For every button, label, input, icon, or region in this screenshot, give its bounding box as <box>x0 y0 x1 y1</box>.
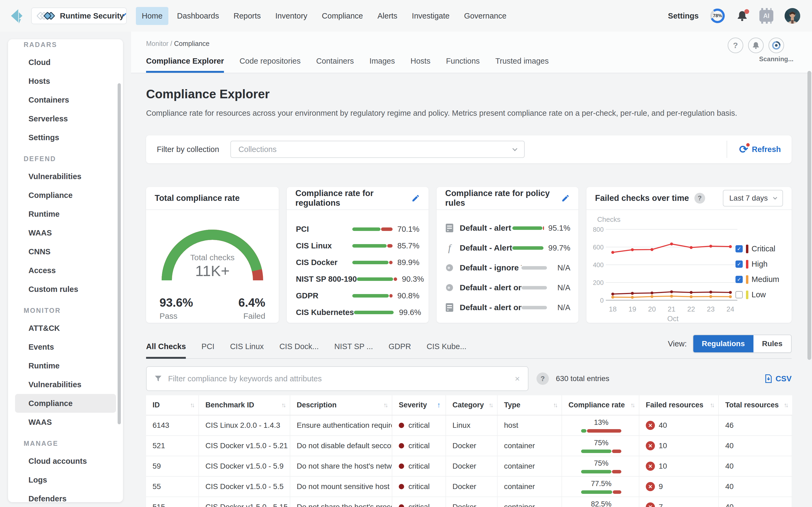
csv-export-button[interactable]: CSV <box>765 374 792 383</box>
table-row[interactable]: 55 CIS Docker v1.5.0 - 5.5 Do not mount … <box>146 476 792 497</box>
clear-search-icon[interactable]: × <box>515 374 520 384</box>
column-header-id[interactable]: ID↑↓ <box>146 395 199 415</box>
breadcrumb-parent[interactable]: Monitor <box>146 40 168 47</box>
sidebar-item-runtime[interactable]: Runtime <box>8 356 123 375</box>
sort-icon[interactable]: ↑↓ <box>553 401 557 409</box>
sidebar-item-vulnerabilities[interactable]: Vulnerabilities <box>8 167 123 186</box>
legend-item-low[interactable]: Low <box>736 290 779 299</box>
tab-trusted-images[interactable]: Trusted images <box>496 57 549 73</box>
legend-item-critical[interactable]: ✓ Critical <box>736 244 779 253</box>
sidebar-item-waas[interactable]: WAAS <box>8 413 123 432</box>
sort-icon[interactable]: ↑↓ <box>631 401 634 409</box>
sort-icon[interactable]: ↑↓ <box>784 401 787 409</box>
edit-pencil-icon[interactable] <box>561 194 570 203</box>
sidebar-item-settings[interactable]: Settings <box>8 128 123 147</box>
usage-progress-ring[interactable]: 78% <box>710 8 725 23</box>
column-header-severity[interactable]: Severity↑ <box>392 395 446 415</box>
settings-link[interactable]: Settings <box>668 11 699 20</box>
topnav-compliance[interactable]: Compliance <box>316 7 369 25</box>
sort-icon[interactable]: ↑↓ <box>384 401 387 409</box>
sidebar-item-hosts[interactable]: Hosts <box>8 72 123 91</box>
legend-item-medium[interactable]: ✓ Medium <box>736 275 779 284</box>
sidebar-item-access[interactable]: Access <box>8 261 123 280</box>
edit-pencil-icon[interactable] <box>411 194 420 203</box>
column-header-failed-resources[interactable]: Failed resources↑↓ <box>639 395 718 415</box>
checks-tab-cis-linux[interactable]: CIS Linux <box>230 342 264 359</box>
table-row[interactable]: 59 CIS Docker v1.5.0 - 5.9 Do not share … <box>146 456 792 476</box>
legend-checkbox[interactable]: ✓ <box>736 261 743 268</box>
collections-select[interactable]: Collections <box>230 141 525 158</box>
notifications-bell[interactable] <box>736 10 748 22</box>
refresh-button[interactable]: ⟳ Refresh <box>739 145 781 154</box>
sort-icon[interactable]: ↑↓ <box>190 401 193 409</box>
legend-checkbox[interactable]: ✓ <box>736 276 743 283</box>
sidebar-item-cnns[interactable]: CNNS <box>8 242 123 261</box>
view-regulations-button[interactable]: Regulations <box>693 335 753 352</box>
avatar[interactable] <box>785 8 800 23</box>
checks-tab-all-checks[interactable]: All Checks <box>146 342 186 359</box>
topnav-home[interactable]: Home <box>136 7 168 25</box>
announcements-button[interactable] <box>748 38 764 53</box>
bar-pass-segment <box>354 311 394 314</box>
sidebar-item-compliance[interactable]: Compliance <box>8 186 123 205</box>
checks-tab-pci[interactable]: PCI <box>201 342 214 359</box>
sidebar-item-containers[interactable]: Containers <box>8 91 123 109</box>
sidebar-item-custom-rules[interactable]: Custom rules <box>8 280 123 299</box>
help-button[interactable]: ? <box>728 38 743 53</box>
checks-tab-nist-sp[interactable]: NIST SP ... <box>334 342 373 359</box>
cell-compliance-rate: 82.5% <box>562 497 639 507</box>
search-help-icon[interactable]: ? <box>536 373 549 385</box>
sidebar-item-compliance[interactable]: Compliance <box>15 394 116 413</box>
sidebar-item-cloud[interactable]: Cloud <box>8 53 123 72</box>
sidebar-item-vulnerabilities[interactable]: Vulnerabilities <box>8 375 123 394</box>
table-row[interactable]: 515 CIS Docker v1.5.0 - 5.15 Do not shar… <box>146 497 792 507</box>
topnav-governance[interactable]: Governance <box>458 7 512 25</box>
sidebar-item-defenders[interactable]: Defenders <box>8 489 123 502</box>
topnav-dashboards[interactable]: Dashboards <box>171 7 225 25</box>
time-range-select[interactable]: Last 7 days <box>723 190 783 207</box>
search-input[interactable] <box>168 374 508 383</box>
sidebar-item-runtime[interactable]: Runtime <box>8 205 123 223</box>
tab-hosts[interactable]: Hosts <box>411 57 430 73</box>
view-rules-button[interactable]: Rules <box>753 335 791 352</box>
sidebar-item-waas[interactable]: WAAS <box>8 223 123 242</box>
sidebar-item-events[interactable]: Events <box>8 338 123 356</box>
column-header-type[interactable]: Type↑↓ <box>497 395 562 415</box>
legend-checkbox[interactable] <box>736 291 743 298</box>
table-row[interactable]: 521 CIS Docker v1.5.0 - 5.21 Do not disa… <box>146 436 792 456</box>
table-row[interactable]: 6143 CIS Linux 2.0.0 - 1.4.3 Ensure auth… <box>146 415 792 436</box>
column-header-description[interactable]: Description↑↓ <box>290 395 392 415</box>
column-header-benchmark-id[interactable]: Benchmark ID↑↓ <box>199 395 290 415</box>
tab-functions[interactable]: Functions <box>446 57 480 73</box>
sort-icon[interactable]: ↑↓ <box>281 401 285 409</box>
tab-containers[interactable]: Containers <box>316 57 354 73</box>
sort-asc-icon[interactable]: ↑ <box>437 401 441 409</box>
legend-item-high[interactable]: ✓ High <box>736 260 779 269</box>
sort-icon[interactable]: ↑↓ <box>489 401 492 409</box>
checks-tab-gdpr[interactable]: GDPR <box>389 342 411 359</box>
sidebar-item-serverless[interactable]: Serverless <box>8 109 123 128</box>
column-header-compliance-rate[interactable]: Compliance rate↑↓ <box>562 395 639 415</box>
sort-icon[interactable]: ↑↓ <box>710 401 713 409</box>
scanning-button[interactable]: Scanning... <box>768 38 784 53</box>
ai-chip-icon[interactable]: AI <box>759 10 773 22</box>
column-header-category[interactable]: Category↑↓ <box>446 395 497 415</box>
sidebar-item-cloud-accounts[interactable]: Cloud accounts <box>8 452 123 470</box>
help-tooltip-icon[interactable]: ? <box>694 193 705 204</box>
tab-images[interactable]: Images <box>369 57 395 73</box>
tab-compliance-explorer[interactable]: Compliance Explorer <box>146 57 224 73</box>
topnav-reports[interactable]: Reports <box>228 7 267 25</box>
legend-checkbox[interactable]: ✓ <box>736 245 743 252</box>
sidebar-scrollbar[interactable] <box>118 83 121 424</box>
product-switcher[interactable]: Runtime Security <box>31 7 127 24</box>
sidebar-item-att-ck[interactable]: ATT&CK <box>8 319 123 338</box>
page-scrollbar[interactable] <box>807 71 811 360</box>
tab-code-repositories[interactable]: Code repositories <box>239 57 300 73</box>
topnav-inventory[interactable]: Inventory <box>269 7 313 25</box>
topnav-investigate[interactable]: Investigate <box>406 7 455 25</box>
checks-tab-cis-dock[interactable]: CIS Dock... <box>279 342 319 359</box>
topnav-alerts[interactable]: Alerts <box>371 7 403 25</box>
column-header-total-resources[interactable]: Total resources↑↓ <box>718 395 792 415</box>
checks-tab-cis-kube[interactable]: CIS Kube... <box>427 342 466 359</box>
sidebar-item-logs[interactable]: Logs <box>8 470 123 489</box>
